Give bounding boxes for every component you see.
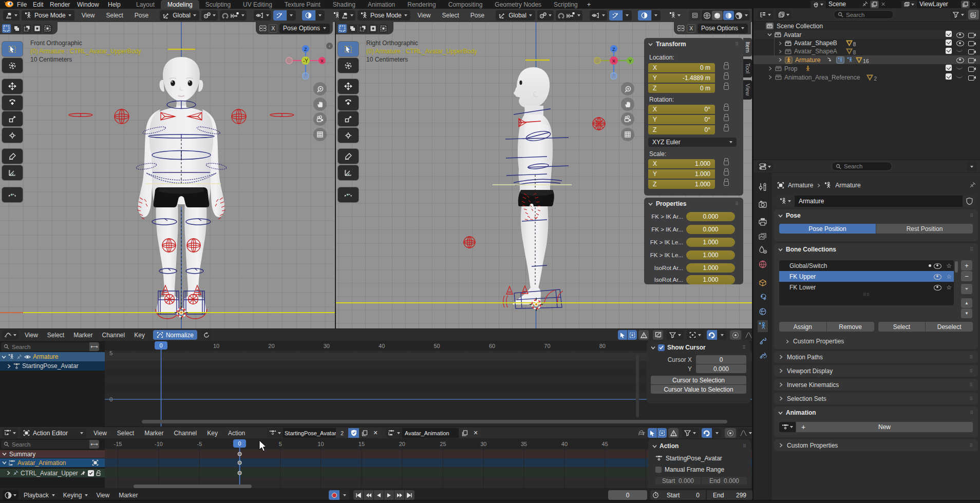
svg-text:0: 0 [160,342,163,349]
svg-text:45: 45 [602,441,608,447]
svg-text:60: 60 [489,343,495,349]
svg-text:40: 40 [561,441,568,447]
svg-text:70: 70 [544,343,550,349]
svg-text:0: 0 [238,440,241,447]
svg-text:-10: -10 [155,441,163,447]
svg-text:-15: -15 [114,441,122,447]
svg-text:80: 80 [599,343,606,349]
svg-text:Z: Z [612,46,615,52]
svg-text:-5: -5 [197,441,202,447]
svg-text:15: 15 [359,441,365,447]
svg-text:0: 0 [109,396,112,402]
svg-text:50: 50 [434,343,440,349]
svg-text:5: 5 [109,350,112,356]
svg-text:Z: Z [304,46,307,52]
svg-text:-Y: -Y [303,58,308,64]
svg-text:35: 35 [521,441,527,447]
svg-text:X: X [612,58,616,64]
svg-text:40: 40 [379,343,385,349]
svg-text:10: 10 [317,441,324,447]
svg-text:10: 10 [213,343,219,349]
svg-text:X: X [321,58,324,64]
svg-text:30: 30 [480,441,486,447]
svg-text:Y: Y [629,58,632,64]
svg-text:25: 25 [440,441,446,447]
svg-text:20: 20 [268,343,274,349]
svg-text:5: 5 [279,441,282,447]
svg-text:20: 20 [399,441,405,447]
svg-text:30: 30 [324,343,330,349]
